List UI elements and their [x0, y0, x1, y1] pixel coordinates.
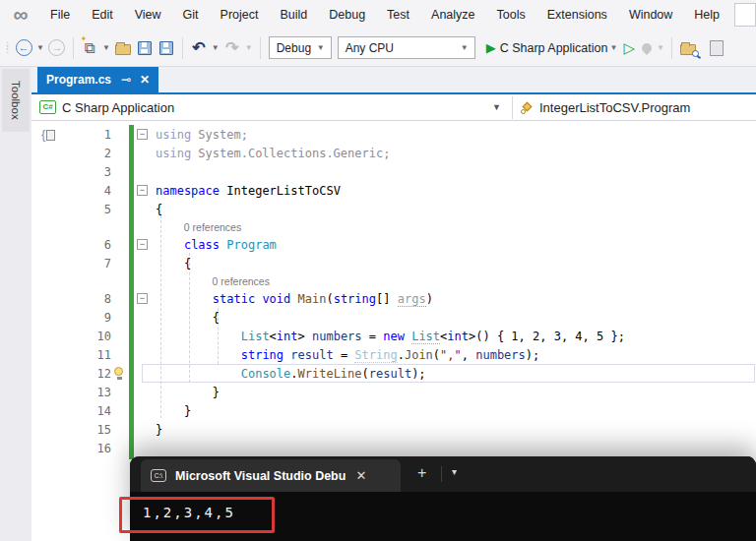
save-all-icon — [159, 41, 173, 55]
toolbar-separator — [182, 37, 183, 59]
glyph-margin — [111, 364, 129, 383]
new-project-icon: ⧉✦ — [85, 39, 95, 57]
code-text: class Program — [156, 238, 277, 252]
menu-bar: ∞ FileEditViewGitProjectBuildDebugTestAn… — [0, 0, 756, 30]
hot-reload-dropdown-arrow-icon[interactable]: ▼ — [657, 43, 664, 52]
outline-margin: − — [129, 129, 156, 140]
new-tab-button[interactable]: + — [417, 464, 426, 482]
command-prompt-icon: C:\ — [151, 469, 166, 482]
glyph-margin — [111, 235, 129, 254]
hot-reload-icon[interactable] — [640, 40, 654, 54]
find-in-files-button[interactable] — [678, 35, 698, 61]
menu-item-test[interactable]: Test — [376, 0, 420, 30]
collapse-region-button[interactable]: − — [137, 129, 148, 140]
document-tab-programcs[interactable]: Program.cs ⊸ ✕ — [37, 67, 158, 92]
document-tab-title: Program.cs — [46, 73, 111, 87]
redo-dropdown-arrow-icon[interactable]: ▼ — [245, 43, 253, 52]
run-target-dropdown-arrow-icon[interactable]: ▼ — [609, 43, 617, 52]
forward-arrow-icon: → — [48, 39, 65, 56]
start-debugging-icon[interactable]: ▶ — [486, 40, 496, 55]
undo-dropdown-arrow-icon[interactable]: ▼ — [212, 43, 220, 52]
code-text: } — [156, 386, 220, 399]
menu-item-debug[interactable]: Debug — [318, 0, 376, 30]
code-row: 8− static void Main(string[] args) — [32, 289, 756, 308]
toolbox-tab[interactable]: Toolbox — [2, 69, 30, 132]
line-number: 9 — [32, 311, 111, 325]
code-row: 16 — [32, 439, 756, 457]
menu-item-edit[interactable]: Edit — [81, 0, 124, 30]
close-icon[interactable]: ✕ — [140, 73, 150, 87]
pin-icon[interactable]: ⊸ — [121, 73, 131, 87]
menu-item-file[interactable]: File — [39, 0, 81, 30]
solution-configuration-dropdown[interactable]: Debug ▼ — [269, 36, 332, 59]
code-row: 3 — [32, 162, 756, 181]
codelens-references-link[interactable]: 0 references — [156, 275, 270, 287]
glyph-margin — [111, 420, 129, 439]
menu-item-git[interactable]: Git — [172, 0, 210, 30]
terminal-tab-title: Microsoft Visual Studio Debu — [175, 469, 346, 483]
glyph-margin — [111, 125, 129, 144]
codelens-references-link[interactable]: 0 references — [156, 221, 241, 233]
undo-button[interactable]: ↶ — [189, 35, 209, 61]
toolbar-grip[interactable]: ⋮ ⋮ — [3, 44, 11, 51]
menu-item-analyze[interactable]: Analyze — [420, 0, 485, 30]
collapse-region-button[interactable]: − — [137, 239, 148, 250]
code-row: 14 } — [32, 401, 756, 420]
toolbar: ⋮ ⋮ ← ▼ → ⧉✦ ▼ ↶ ▼ ↷ ▼ Debug ▼ Any CPU ▼… — [0, 30, 756, 67]
navigate-forward-button[interactable]: → — [47, 35, 67, 61]
chevron-down-icon: ▼ — [317, 43, 325, 52]
new-project-button[interactable]: ⧉✦ — [80, 35, 99, 61]
terminal-tab[interactable]: C:\ Microsoft Visual Studio Debu ✕ — [141, 459, 401, 492]
menu-item-build[interactable]: Build — [269, 0, 318, 30]
line-number: 2 — [32, 147, 111, 160]
chevron-down-icon: ▼ — [461, 43, 469, 52]
menu-item-window[interactable]: Window — [618, 0, 683, 30]
solution-platform-dropdown[interactable]: Any CPU ▼ — [338, 36, 475, 59]
run-target-label[interactable]: C Sharp Application — [500, 41, 608, 55]
save-all-button[interactable] — [157, 35, 176, 61]
undo-icon: ↶ — [192, 38, 205, 57]
glyph-margin — [111, 383, 129, 401]
terminal-tab-separator — [441, 466, 442, 482]
search-box[interactable] — [734, 3, 756, 27]
code-text: { — [156, 311, 220, 325]
project-dropdown[interactable]: C Sharp Application — [62, 100, 174, 115]
code-row: 2using System.Collections.Generic; — [32, 144, 756, 162]
navigate-back-button[interactable]: ← — [14, 35, 33, 61]
tab-list-chevron-icon[interactable]: ▾ — [452, 466, 457, 477]
type-member-dropdown[interactable]: IntegerListToCSV.Program — [539, 100, 690, 115]
navbar-separator — [512, 96, 513, 119]
code-row: 15} — [32, 420, 756, 439]
code-row: 4−namespace IntegerListToCSV — [32, 181, 756, 200]
new-project-dropdown-arrow-icon[interactable]: ▼ — [102, 43, 110, 52]
menu-item-project[interactable]: Project — [210, 0, 270, 30]
open-file-button[interactable] — [113, 35, 133, 61]
codelens-row: 0 references — [32, 272, 756, 289]
glyph-margin — [111, 289, 129, 308]
back-dropdown-arrow-icon[interactable]: ▼ — [36, 43, 44, 52]
redo-button[interactable]: ↷ — [222, 35, 242, 61]
glyph-margin — [111, 218, 129, 235]
menu-item-extensions[interactable]: Extensions — [536, 0, 618, 30]
collapse-region-button[interactable]: − — [137, 185, 148, 196]
collapse-region-button[interactable]: − — [137, 293, 148, 304]
glyph-margin — [111, 308, 129, 327]
glyph-margin — [111, 162, 129, 181]
chevron-down-icon[interactable]: ▼ — [492, 102, 501, 112]
close-icon[interactable]: ✕ — [355, 468, 366, 483]
menu-item-tools[interactable]: Tools — [486, 0, 536, 30]
menu-item-help[interactable]: Help — [683, 0, 730, 30]
menu-item-view[interactable]: View — [124, 0, 172, 30]
start-without-debugging-icon[interactable]: ▷ — [623, 39, 635, 57]
glyph-margin — [111, 144, 129, 162]
outline-margin: − — [129, 185, 156, 196]
csharp-project-icon: C# — [39, 100, 56, 114]
line-number: 15 — [32, 423, 111, 437]
class-icon — [522, 101, 534, 113]
toolbar-edge-button[interactable] — [707, 35, 726, 61]
toolbar-separator — [671, 37, 672, 59]
save-button[interactable] — [135, 35, 155, 61]
lightbulb-globe — [114, 367, 123, 376]
lightbulb-icon[interactable] — [113, 367, 125, 379]
line-number: 12 — [32, 367, 111, 381]
